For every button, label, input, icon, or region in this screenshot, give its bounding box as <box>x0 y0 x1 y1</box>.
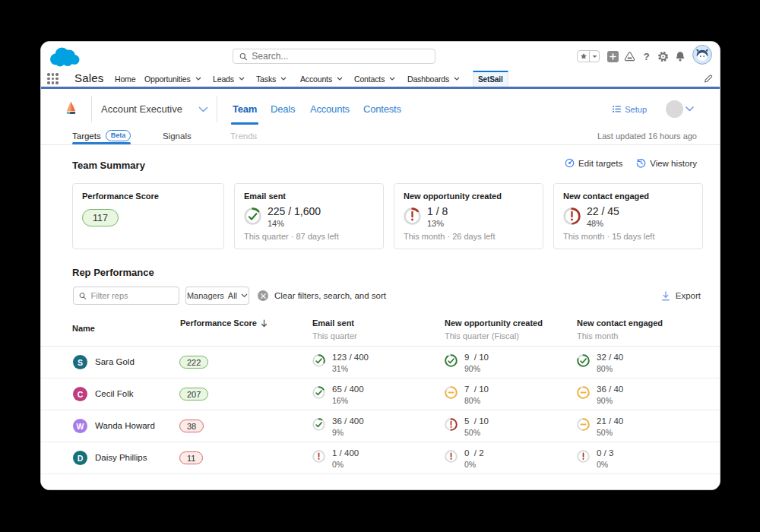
favorites-dropdown-icon[interactable] <box>589 51 599 62</box>
progress-ring <box>312 418 325 431</box>
filter-reps-input[interactable] <box>91 291 173 300</box>
edit-targets-icon <box>565 158 575 168</box>
subtab-signals[interactable]: Signals <box>163 127 192 144</box>
metric-percent: 0% <box>464 460 476 469</box>
column-performance-score[interactable]: Performance Score <box>180 318 268 328</box>
edit-targets-button[interactable]: Edit targets <box>565 158 622 168</box>
table-row[interactable]: W Wanda Howard 38 36 / 400 9% 5 / 10 50%… <box>41 410 720 442</box>
metric-percent: 80% <box>464 396 480 405</box>
progress-ring <box>577 386 590 399</box>
filter-reps-search[interactable] <box>73 287 179 305</box>
setup-gear-button[interactable] <box>657 49 669 64</box>
tab-team[interactable]: Team <box>233 91 257 127</box>
salesforce-cloud-logo <box>49 46 81 67</box>
score-badge: 117 <box>82 209 119 226</box>
chevron-down-icon <box>241 293 248 298</box>
tab-deals[interactable]: Deals <box>271 91 295 127</box>
tab-contests[interactable]: Contests <box>363 91 401 127</box>
managers-dropdown[interactable]: Managers All <box>185 287 249 305</box>
clear-filters-button[interactable]: Clear filters, search, and sort <box>258 287 386 305</box>
download-icon <box>661 291 670 301</box>
guidance-button[interactable] <box>624 49 635 64</box>
metric-value: 1 / 400 <box>332 448 359 458</box>
help-button[interactable]: ? <box>641 49 652 64</box>
rep-name: Sara Gold <box>95 357 135 366</box>
metric-value: 7 / 10 <box>464 385 489 394</box>
profile-avatar[interactable] <box>666 100 683 118</box>
global-header: ? <box>41 42 720 71</box>
search-icon <box>239 52 247 61</box>
rep-name: Cecil Folk <box>95 389 133 398</box>
score-badge: 11 <box>179 451 203 464</box>
metric-percent: 90% <box>464 364 480 373</box>
tab-accounts[interactable]: Accounts <box>310 91 350 127</box>
global-search[interactable] <box>233 49 435 64</box>
card-value: 1 / 8 <box>427 205 448 217</box>
export-button[interactable]: Export <box>661 287 701 305</box>
chevron-down-icon[interactable] <box>686 106 694 112</box>
user-avatar[interactable] <box>692 45 712 68</box>
card-value: 22 / 45 <box>587 205 619 217</box>
search-input[interactable] <box>252 51 429 62</box>
column-new-contact[interactable]: New contact engaged This month <box>577 318 663 328</box>
column-email-sent[interactable]: Email sent This quarter <box>312 318 354 328</box>
rep-performance-title: Rep Performance <box>72 267 154 278</box>
column-subtitle: This quarter (Fiscal) <box>445 331 519 340</box>
chevron-down-icon <box>195 77 201 81</box>
content: Team Summary Edit targets View history <box>41 145 720 489</box>
subtab-trends[interactable]: Trends <box>230 127 257 144</box>
metric-value: 36 / 40 <box>597 385 623 394</box>
column-subtitle: This month <box>577 331 618 340</box>
favorites-button[interactable] <box>577 50 600 62</box>
table-row[interactable]: D Daisy Phillips 11 1 / 400 0% 0 / 2 0% … <box>41 442 720 474</box>
progress-ring <box>577 354 590 367</box>
progress-ring <box>445 418 458 431</box>
nav-items: Home Opportunities Leads Tasks Accounts … <box>41 71 720 87</box>
nav-item-contacts[interactable]: Contacts <box>354 71 395 87</box>
notifications-button[interactable] <box>674 49 686 64</box>
card-title: Performance Score <box>82 192 159 201</box>
column-new-opportunity[interactable]: New opportunity created This quarter (Fi… <box>445 318 543 328</box>
nav-item-leads[interactable]: Leads <box>213 71 245 87</box>
avatar: D <box>73 451 87 465</box>
nav-item-tasks[interactable]: Tasks <box>256 71 287 87</box>
card-email-sent: Email sent 225 / 1,600 14% This quarter … <box>234 183 384 249</box>
progress-ring <box>563 207 581 225</box>
quick-add-button[interactable] <box>607 51 619 62</box>
metric-percent: 16% <box>332 396 348 405</box>
table-row[interactable]: C Cecil Folk 207 65 / 400 16% 7 / 10 80%… <box>41 378 720 410</box>
view-history-button[interactable]: View history <box>636 158 697 168</box>
rep-name: Daisy Phillips <box>95 453 147 462</box>
score-badge: 222 <box>179 356 208 369</box>
nav-item-accounts[interactable]: Accounts <box>300 71 343 87</box>
edit-page-pencil-icon[interactable] <box>704 74 713 83</box>
sub-nav: Targets Beta Signals Trends Last updated… <box>41 127 720 145</box>
favorites-star-icon[interactable] <box>578 51 589 62</box>
table-header: Name Performance Score Email sent This q… <box>41 314 720 347</box>
export-label: Export <box>676 291 701 300</box>
metric-percent: 80% <box>597 364 613 373</box>
nav-item-dashboards[interactable]: Dashboards <box>407 71 460 87</box>
metric-percent: 50% <box>464 428 480 437</box>
metric-percent: 0% <box>597 460 608 469</box>
managers-value: All <box>228 291 237 300</box>
header-icons: ? <box>577 42 712 71</box>
nav-tab-setsail[interactable]: SetSail <box>473 71 508 87</box>
card-percent: 13% <box>427 219 444 228</box>
metric-value: 5 / 10 <box>464 416 489 426</box>
clear-filters-label: Clear filters, search, and sort <box>274 291 386 300</box>
column-name[interactable]: Name <box>72 324 95 333</box>
metric-value: 32 / 40 <box>597 353 623 362</box>
nav-item-opportunities[interactable]: Opportunities <box>144 71 201 87</box>
card-percent: 14% <box>268 219 284 228</box>
card-title: New contact engaged <box>563 192 649 201</box>
metric-value: 9 / 10 <box>464 353 489 362</box>
sort-desc-icon <box>261 319 268 328</box>
table-row[interactable]: S Sara Gold 222 123 / 400 31% 9 / 10 90%… <box>41 347 720 378</box>
nav-item-home[interactable]: Home <box>115 71 135 87</box>
setup-button[interactable]: Setup <box>613 105 647 114</box>
nav-bar: Sales Home Opportunities Leads Tasks Acc… <box>41 71 720 89</box>
metric-value: 123 / 400 <box>332 353 369 362</box>
card-new-contact: New contact engaged 22 / 45 48% This mon… <box>553 183 703 249</box>
subtab-targets[interactable]: Targets Beta <box>72 127 131 144</box>
